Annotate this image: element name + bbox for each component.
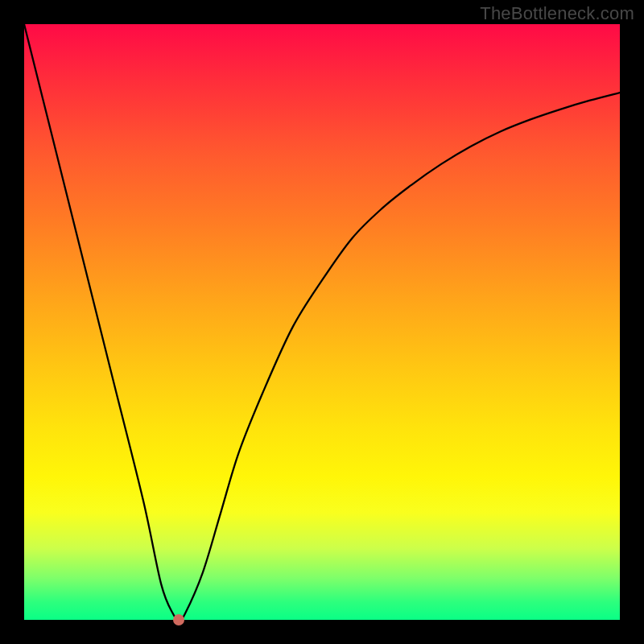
bottleneck-chart: TheBottleneck.com xyxy=(0,0,644,644)
plot-area xyxy=(24,24,620,620)
watermark-text: TheBottleneck.com xyxy=(480,3,634,24)
optimum-marker-dot xyxy=(173,614,184,625)
bottleneck-curve-path xyxy=(24,24,620,620)
curve-svg xyxy=(24,24,620,620)
